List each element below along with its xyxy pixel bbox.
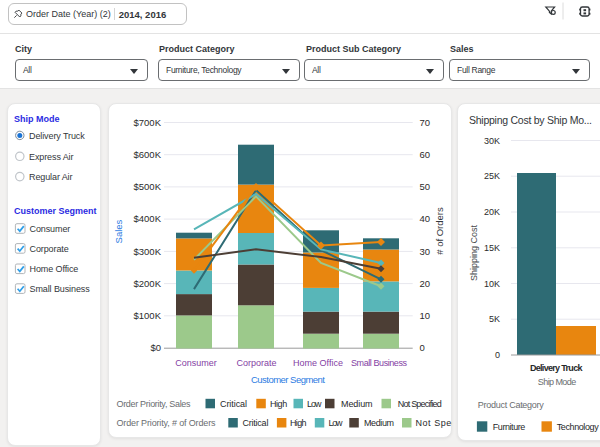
svg-text:Shipping Cost: Shipping Cost [469,224,479,281]
svg-text:0: 0 [420,342,425,353]
svg-text:Customer Segment: Customer Segment [251,374,325,385]
svg-text:10K: 10K [484,279,500,289]
svg-text:$200K: $200K [134,278,162,289]
svg-text:# of Orders: # of Orders [434,207,445,255]
svg-text:60: 60 [420,149,431,160]
svg-text:50: 50 [420,181,431,192]
svg-text:20K: 20K [484,207,500,217]
svg-text:0: 0 [495,350,500,360]
svg-text:Sales: Sales [113,219,124,243]
svg-text:Delivery Truck: Delivery Truck [530,363,583,373]
svg-text:30K: 30K [484,136,500,146]
svg-text:Product Category: Product Category [478,400,545,410]
svg-text:Not Specified: Not Specified [398,399,442,409]
svg-text:20: 20 [420,278,431,289]
svg-text:$500K: $500K [134,181,162,192]
svg-text:Order Priority, Sales: Order Priority, Sales [117,399,192,409]
svg-text:Corporate: Corporate [236,358,276,368]
svg-text:Low: Low [329,418,344,428]
svg-text:Low: Low [307,399,322,409]
svg-text:70: 70 [420,117,431,128]
svg-text:$700K: $700K [134,117,162,128]
svg-text:Technology: Technology [557,422,600,432]
svg-text:Small Business: Small Business [351,358,408,368]
svg-text:30: 30 [420,246,431,257]
svg-text:Shipping Cost by Ship Mo...: Shipping Cost by Ship Mo... [469,114,592,126]
svg-text:Consumer: Consumer [175,358,217,368]
svg-text:Critical: Critical [220,399,247,409]
svg-text:$300K: $300K [134,246,162,257]
svg-text:15K: 15K [484,243,500,253]
svg-text:Medium: Medium [341,399,373,409]
svg-text:High: High [290,418,307,428]
svg-text:25K: 25K [484,171,500,181]
svg-text:Ship Mode: Ship Mode [538,377,577,387]
svg-text:$600K: $600K [134,149,162,160]
svg-text:$0: $0 [150,342,161,353]
svg-text:Not Specified: Not Specified [416,418,453,428]
svg-text:5K: 5K [489,314,500,324]
svg-text:Furniture: Furniture [493,422,526,432]
svg-text:40: 40 [420,213,431,224]
svg-text:$100K: $100K [134,310,162,321]
svg-text:Medium: Medium [364,418,394,428]
svg-text:High: High [270,399,287,409]
svg-text:Order Priority, # of Orders: Order Priority, # of Orders [117,418,217,428]
svg-text:Home Office: Home Office [293,358,343,368]
svg-text:10: 10 [420,310,431,321]
svg-text:$400K: $400K [134,213,162,224]
svg-text:Critical: Critical [242,418,268,428]
